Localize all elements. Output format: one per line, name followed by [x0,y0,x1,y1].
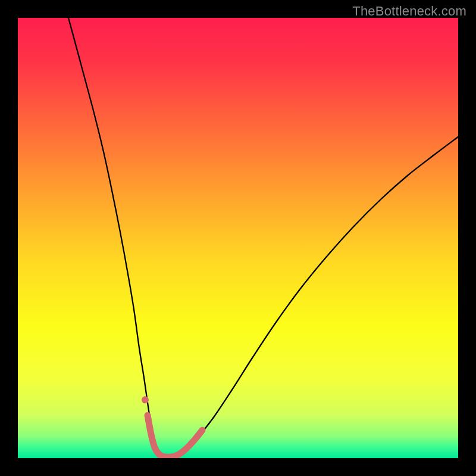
chart-curves [18,18,458,458]
bottleneck-curve [68,18,458,458]
watermark-text: TheBottleneck.com [352,4,466,19]
plot-area [18,18,458,458]
chart-frame: TheBottleneck.com [0,0,476,476]
highlight-dot [142,396,149,403]
nadir-highlight [148,415,202,458]
